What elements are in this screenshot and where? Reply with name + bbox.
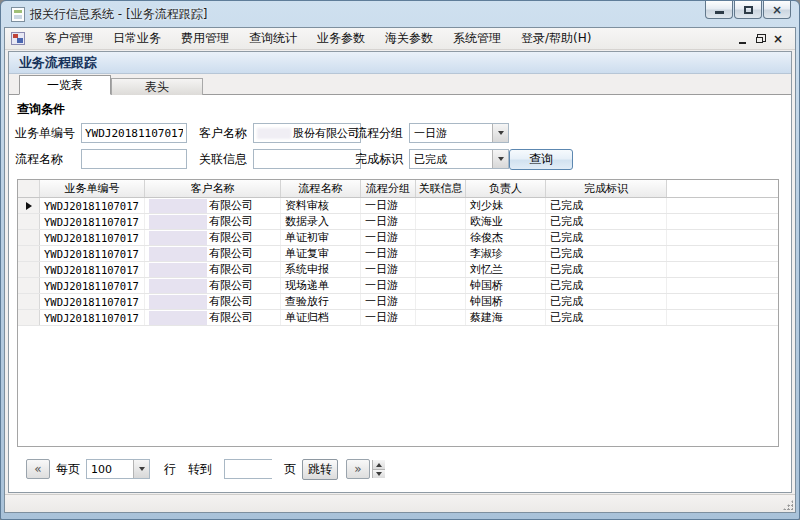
status-flag-dropdown-button[interactable] xyxy=(492,150,508,168)
pagination-bar: « 每页 100 行 转到 页 xyxy=(17,457,783,481)
customer-name-input[interactable]: 股份有限公司 xyxy=(253,123,361,143)
cell-group: 一日游 xyxy=(361,214,416,229)
process-group-label: 流程分组 xyxy=(355,123,403,143)
table-row[interactable]: YWDJ20181107017 有限公司 单证初审 一日游 徐俊杰 已完成 xyxy=(18,230,778,246)
table-row[interactable]: YWDJ20181107017 有限公司 查验放行 一日游 钟国桥 已完成 xyxy=(18,294,778,310)
related-info-input[interactable] xyxy=(253,149,361,169)
menu-item-daily-business[interactable]: 日常业务 xyxy=(103,28,171,49)
tab-header[interactable]: 表头 xyxy=(111,78,203,95)
status-flag-label: 完成标识 xyxy=(355,149,403,169)
order-no-input[interactable] xyxy=(81,123,187,143)
next-page-button[interactable]: » xyxy=(346,459,370,479)
table-row[interactable]: YWDJ20181107017 有限公司 单证复审 一日游 李淑珍 已完成 xyxy=(18,246,778,262)
rows-unit-label: 行 xyxy=(164,461,176,478)
search-button[interactable]: 查询 xyxy=(509,149,573,170)
table-row[interactable]: YWDJ20181107017 有限公司 数据录入 一日游 欧海业 已完成 xyxy=(18,214,778,230)
cell-related xyxy=(416,294,466,309)
cell-order-no: YWDJ20181107017 xyxy=(40,278,145,293)
col-status[interactable]: 完成标识 xyxy=(546,180,667,197)
row-selector-cell xyxy=(18,262,40,277)
col-process[interactable]: 流程名称 xyxy=(281,180,361,197)
child-minimize-button[interactable] xyxy=(733,31,751,47)
jump-button[interactable]: 跳转 xyxy=(302,459,338,480)
customer-redaction xyxy=(149,215,207,229)
customer-redaction xyxy=(149,263,207,277)
cell-customer: 有限公司 xyxy=(145,262,281,277)
cell-owner: 欧海业 xyxy=(466,214,546,229)
row-selector-cell xyxy=(18,198,40,213)
col-related[interactable]: 关联信息 xyxy=(416,180,466,197)
cell-customer: 有限公司 xyxy=(145,310,281,325)
mdi-child-icon xyxy=(11,32,25,45)
cell-customer: 有限公司 xyxy=(145,230,281,245)
cell-related xyxy=(416,214,466,229)
prev-page-button[interactable]: « xyxy=(26,459,50,479)
maximize-button[interactable] xyxy=(734,1,762,19)
minimize-icon xyxy=(715,11,724,14)
per-page-dropdown-button[interactable] xyxy=(133,460,149,478)
col-order-no[interactable]: 业务单编号 xyxy=(40,180,145,197)
process-group-select[interactable]: 一日游 xyxy=(409,123,509,143)
per-page-select[interactable]: 100 xyxy=(86,459,150,479)
cell-owner: 徐俊杰 xyxy=(466,230,546,245)
customer-text: 有限公司 xyxy=(209,198,253,213)
child-close-button[interactable]: × xyxy=(769,31,787,47)
cell-status: 已完成 xyxy=(546,294,667,309)
table-row[interactable]: YWDJ20181107017 有限公司 现场递单 一日游 钟国桥 已完成 xyxy=(18,278,778,294)
cell-related xyxy=(416,278,466,293)
mdi-child-window: 业务流程跟踪 一览表 表头 查询条件 业务单编号 客户名称 股份有限公司 流程分… xyxy=(8,51,792,493)
menu-item-customs-params[interactable]: 海关参数 xyxy=(375,28,443,49)
cell-related xyxy=(416,198,466,213)
window-client: 客户管理 日常业务 费用管理 查询统计 业务参数 海关参数 系统管理 登录/帮助… xyxy=(4,27,796,513)
child-restore-button[interactable] xyxy=(751,31,769,47)
col-group[interactable]: 流程分组 xyxy=(361,180,416,197)
process-name-input[interactable] xyxy=(81,149,187,169)
menu-item-system-mgmt[interactable]: 系统管理 xyxy=(443,28,511,49)
spin-up-button[interactable] xyxy=(373,460,385,469)
window-controls: × xyxy=(704,1,791,19)
cell-process: 单证归档 xyxy=(281,310,361,325)
row-selector-cell xyxy=(18,310,40,325)
table-row[interactable]: YWDJ20181107017 有限公司 系统申报 一日游 刘忆兰 已完成 xyxy=(18,262,778,278)
cell-owner: 蔡建海 xyxy=(466,310,546,325)
minimize-button[interactable] xyxy=(705,1,733,19)
process-group-dropdown-button[interactable] xyxy=(492,124,508,142)
resize-grip[interactable] xyxy=(783,500,793,510)
table-row[interactable]: YWDJ20181107017 有限公司 资料审核 一日游 刘少妹 已完成 xyxy=(18,198,778,214)
cell-group: 一日游 xyxy=(361,294,416,309)
cell-order-no: YWDJ20181107017 xyxy=(40,230,145,245)
chevron-down-icon xyxy=(498,157,504,161)
customer-redaction xyxy=(149,247,207,261)
page-header: 业务流程跟踪 xyxy=(9,52,791,74)
cell-group: 一日游 xyxy=(361,278,416,293)
tab-overview[interactable]: 一览表 xyxy=(19,75,111,95)
cell-group: 一日游 xyxy=(361,246,416,261)
cell-owner: 刘忆兰 xyxy=(466,262,546,277)
tab-page-overview: 查询条件 业务单编号 客户名称 股份有限公司 流程分组 一日游 流程名称 关联信… xyxy=(9,95,791,492)
page-title: 业务流程跟踪 xyxy=(19,54,97,72)
menu-item-query-stats[interactable]: 查询统计 xyxy=(239,28,307,49)
menu-item-customer-mgmt[interactable]: 客户管理 xyxy=(35,28,103,49)
menu-item-login-help[interactable]: 登录/帮助(H) xyxy=(511,28,601,49)
child-close-icon: × xyxy=(773,32,783,46)
menu-item-business-params[interactable]: 业务参数 xyxy=(307,28,375,49)
page-number-spinner xyxy=(372,460,385,478)
table-row[interactable]: YWDJ20181107017 有限公司 单证归档 一日游 蔡建海 已完成 xyxy=(18,310,778,326)
close-button[interactable]: × xyxy=(763,1,791,19)
spin-down-button[interactable] xyxy=(373,469,385,478)
cell-status: 已完成 xyxy=(546,246,667,261)
row-selector-cell xyxy=(18,214,40,229)
cell-group: 一日游 xyxy=(361,310,416,325)
cell-owner: 钟国桥 xyxy=(466,294,546,309)
chevron-down-icon xyxy=(139,467,145,471)
title-bar[interactable]: 报关行信息系统 - [业务流程跟踪] × xyxy=(1,1,799,27)
col-customer[interactable]: 客户名称 xyxy=(145,180,281,197)
status-flag-select[interactable]: 已完成 xyxy=(409,149,509,169)
cell-process: 单证初审 xyxy=(281,230,361,245)
child-restore-icon xyxy=(756,37,763,43)
chevron-up-icon xyxy=(376,463,382,467)
status-flag-value: 已完成 xyxy=(410,152,492,167)
menu-item-fee-mgmt[interactable]: 费用管理 xyxy=(171,28,239,49)
cell-customer: 有限公司 xyxy=(145,278,281,293)
col-owner[interactable]: 负责人 xyxy=(466,180,546,197)
